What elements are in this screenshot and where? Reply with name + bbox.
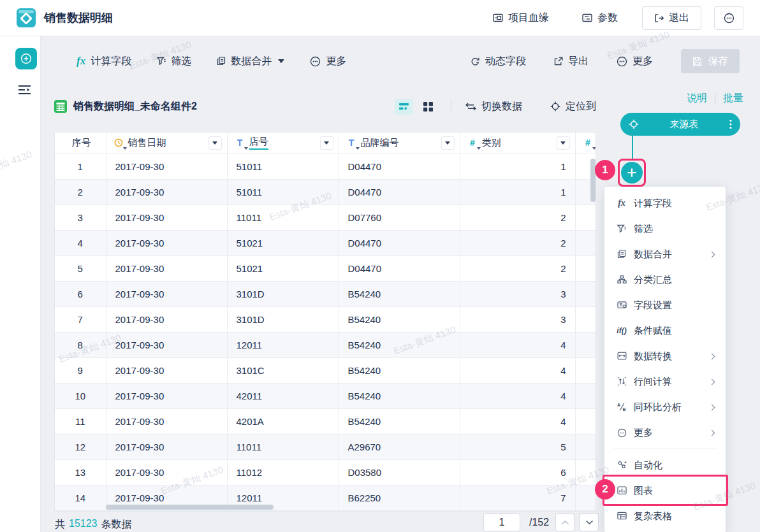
pagination: /152 bbox=[483, 514, 599, 531]
menu-item-data-merge[interactable]: 数据合并 bbox=[604, 241, 726, 267]
menu-label: 自动化 bbox=[634, 459, 662, 471]
menu-item-conditional-assign[interactable]: if() 条件赋值 bbox=[604, 318, 726, 343]
menu-item-filter[interactable]: 筛选 bbox=[604, 216, 726, 241]
component-title: 销售数据明细_未命名组件2 bbox=[73, 100, 197, 113]
calc-field-button[interactable]: fx 计算字段 bbox=[77, 55, 131, 68]
menu-item-field-settings[interactable]: 字段设置 bbox=[604, 292, 726, 318]
automation-icon bbox=[616, 461, 627, 469]
cell bbox=[575, 332, 596, 357]
dynamic-field-button[interactable]: 动态字段 bbox=[471, 55, 526, 68]
source-table-node[interactable]: 来源表 bbox=[620, 113, 740, 136]
cell: 1 bbox=[460, 154, 575, 179]
text-type-icon[interactable]: T bbox=[235, 138, 245, 148]
lineage-icon bbox=[493, 13, 503, 23]
menu-item-complex-table[interactable]: 复杂表格 bbox=[604, 503, 726, 529]
page-down-button[interactable] bbox=[580, 514, 599, 531]
cell: 13 bbox=[55, 459, 106, 485]
lineage-label: 项目血缘 bbox=[508, 11, 549, 25]
switch-data-button[interactable]: 切换数据 bbox=[465, 100, 522, 113]
menu-item-row-calc[interactable]: 行间计算 bbox=[604, 369, 726, 394]
kebab-menu-icon[interactable] bbox=[729, 119, 732, 129]
cell: 12 bbox=[55, 434, 106, 459]
cell bbox=[575, 485, 596, 510]
list-view-toggle[interactable] bbox=[395, 99, 413, 115]
more-left-label: 更多 bbox=[326, 55, 346, 68]
table-row[interactable]: 12017-09-3051011D044701 bbox=[55, 154, 596, 179]
cell: 1 bbox=[460, 179, 575, 205]
table-row[interactable]: 112017-09-304201AB542404 bbox=[55, 408, 596, 434]
params-button[interactable]: 参数 bbox=[582, 11, 618, 25]
column-dropdown-button[interactable] bbox=[441, 136, 455, 150]
cell: D04470 bbox=[339, 255, 460, 281]
exit-button[interactable]: 退出 bbox=[642, 6, 701, 30]
data-merge-button[interactable]: 数据合并 bbox=[217, 55, 284, 68]
number-type-icon[interactable]: # bbox=[468, 138, 478, 148]
menu-item-data-transform[interactable]: 数据转换 bbox=[604, 343, 726, 369]
save-button[interactable]: 保存 bbox=[681, 49, 740, 73]
exit-label: 退出 bbox=[669, 11, 689, 25]
outline-toggle-button[interactable] bbox=[18, 85, 40, 95]
total-count: 15123 bbox=[69, 518, 98, 531]
menu-item-group-summary[interactable]: 分类汇总 bbox=[604, 267, 726, 292]
table-row[interactable]: 42017-09-3051021D044702 bbox=[55, 230, 596, 255]
cell: 2017-09-30 bbox=[106, 408, 227, 434]
locate-button[interactable]: 定位到 bbox=[550, 100, 596, 113]
menu-item-chart[interactable]: 图表 bbox=[604, 478, 726, 503]
table-row[interactable]: 22017-09-3051011D044701 bbox=[55, 179, 596, 205]
toolbar-more-right-button[interactable]: 更多 bbox=[617, 55, 653, 68]
filter-button[interactable]: 筛选 bbox=[157, 55, 191, 68]
app-title: 销售数据明细 bbox=[44, 10, 113, 25]
toolbar-more-left-button[interactable]: 更多 bbox=[310, 55, 346, 68]
add-component-button[interactable] bbox=[15, 48, 37, 69]
cell: 8 bbox=[55, 332, 106, 357]
column-dropdown-button[interactable] bbox=[208, 136, 222, 150]
table-row[interactable]: 92017-09-303101CB542404 bbox=[55, 357, 596, 383]
table-row[interactable]: 62017-09-303101DB542403 bbox=[55, 281, 596, 306]
batch-link[interactable]: 批量 bbox=[723, 92, 743, 105]
page-up-button[interactable] bbox=[555, 514, 574, 531]
export-button[interactable]: 导出 bbox=[554, 55, 588, 68]
menu-label: 数据转换 bbox=[634, 350, 672, 363]
column-header-index: 序号 bbox=[72, 137, 91, 149]
column-header-date: 销售日期 bbox=[128, 137, 166, 149]
menu-item-calc-field[interactable]: fx 计算字段 bbox=[604, 191, 726, 216]
project-lineage-button[interactable]: 项目血缘 bbox=[493, 11, 549, 25]
cell: 2017-09-30 bbox=[106, 205, 227, 230]
table-row[interactable]: 82017-09-3012011B542404 bbox=[55, 332, 596, 357]
cell: 11012 bbox=[227, 459, 339, 485]
horizontal-scrollbar[interactable] bbox=[106, 505, 274, 510]
column-dropdown-button[interactable] bbox=[320, 136, 333, 150]
column-dropdown-button[interactable] bbox=[557, 136, 570, 150]
date-type-icon[interactable] bbox=[114, 138, 124, 148]
explain-link[interactable]: 说明 bbox=[687, 92, 707, 105]
source-table-label: 来源表 bbox=[639, 119, 729, 131]
navbar-more-button[interactable] bbox=[714, 6, 743, 30]
text-type-icon[interactable]: T bbox=[347, 138, 356, 148]
table-row[interactable]: 122017-09-3011011A296705 bbox=[55, 434, 596, 459]
cell: 4 bbox=[460, 332, 575, 357]
menu-item-yoy-analysis[interactable]: AB 同环比分析 bbox=[604, 394, 726, 420]
yoy-analysis-icon: AB bbox=[616, 403, 627, 411]
table-row[interactable]: 52017-09-3051021D044702 bbox=[55, 255, 596, 281]
cell: 4 bbox=[460, 408, 575, 434]
table-row[interactable]: 132017-09-3011012D035806 bbox=[55, 459, 596, 485]
number-type-icon[interactable]: # bbox=[583, 138, 593, 148]
vertical-scrollbar[interactable] bbox=[590, 159, 596, 202]
add-step-button[interactable] bbox=[621, 162, 643, 183]
cell: B54240 bbox=[339, 306, 460, 332]
cell: 12011 bbox=[227, 332, 339, 357]
table-row[interactable]: 32017-09-3011011D077602 bbox=[55, 205, 596, 230]
table-row[interactable]: 72017-09-303101DB542403 bbox=[55, 306, 596, 332]
cell: 7 bbox=[55, 306, 106, 332]
filter-label: 筛选 bbox=[171, 55, 191, 68]
menu-item-automation[interactable]: 自动化 bbox=[604, 452, 726, 478]
divider bbox=[451, 99, 451, 113]
chevron-right-icon bbox=[709, 404, 715, 410]
menu-item-more[interactable]: 更多 bbox=[604, 420, 726, 445]
grid-view-toggle[interactable] bbox=[419, 99, 437, 115]
page-input[interactable] bbox=[483, 514, 520, 531]
svg-text:B: B bbox=[622, 407, 625, 411]
table-row[interactable]: 102017-09-3042011B542404 bbox=[55, 383, 596, 408]
cell: 42011 bbox=[227, 383, 339, 408]
cell: 2017-09-30 bbox=[106, 255, 227, 281]
